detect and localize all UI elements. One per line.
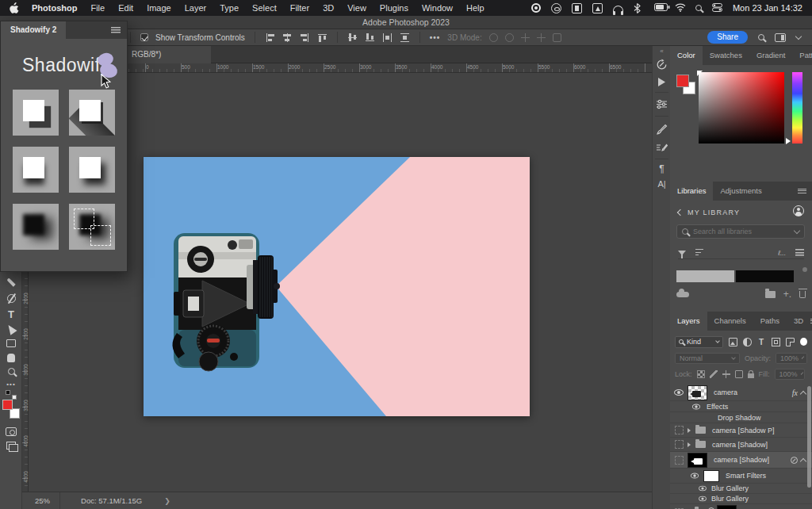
distribute-vertical-icon[interactable] — [400, 33, 410, 43]
notes-app-icon[interactable] — [572, 3, 582, 13]
library-search-box[interactable] — [676, 224, 805, 239]
blend-mode-dropdown[interactable]: Normal — [675, 353, 740, 364]
filter-adjustment-layers-icon[interactable] — [743, 338, 751, 346]
sort-icon[interactable] — [695, 249, 703, 256]
control-center-icon[interactable] — [712, 3, 722, 13]
layer-name[interactable]: camera — [714, 388, 737, 396]
apple-menu-icon[interactable] — [10, 2, 19, 13]
tab-paths[interactable]: Paths — [753, 312, 787, 331]
spotlight-search-icon[interactable] — [695, 5, 702, 11]
drive-app-icon[interactable] — [592, 3, 603, 13]
pen-tool[interactable] — [0, 290, 22, 306]
library-search-input[interactable] — [693, 228, 790, 235]
quick-mask-button[interactable] — [0, 423, 22, 439]
visibility-eye-icon[interactable] — [692, 404, 700, 409]
add-element-icon[interactable]: +. — [783, 289, 791, 300]
menu-filter[interactable]: Filter — [290, 3, 309, 13]
layer-name[interactable]: camera [Shadow] — [712, 441, 768, 449]
menu-view[interactable]: View — [347, 3, 366, 13]
menu-layer[interactable]: Layer — [185, 3, 207, 13]
align-left-icon[interactable] — [265, 33, 275, 43]
align-center-horizontal-icon[interactable] — [282, 33, 293, 43]
wifi-icon[interactable] — [675, 3, 685, 13]
visibility-empty-icon[interactable] — [675, 426, 684, 434]
visibility-empty-icon[interactable] — [675, 456, 684, 465]
character-panel-icon[interactable]: A| — [653, 179, 671, 189]
screen-record-icon[interactable] — [531, 3, 541, 13]
effects-row[interactable]: Effects — [670, 401, 812, 412]
foreground-color-swatch[interactable] — [2, 400, 13, 410]
path-selection-tool[interactable] — [0, 321, 22, 337]
list-view-icon[interactable] — [795, 249, 804, 256]
menu-app-name[interactable]: Photoshop — [32, 3, 77, 13]
align-bottom-icon[interactable] — [365, 33, 375, 43]
preset-drop-shadow[interactable] — [13, 90, 59, 136]
type-tool[interactable]: T — [0, 306, 22, 322]
delete-icon[interactable] — [799, 291, 806, 298]
panel-menu-icon[interactable] — [111, 27, 121, 33]
smart-filters-label[interactable]: Smart Filters — [726, 472, 766, 480]
layer-effects-fx-badge[interactable]: fx — [792, 388, 798, 397]
search-icon[interactable] — [758, 34, 764, 40]
actions-panel-icon[interactable] — [653, 76, 671, 90]
zoom-level-field[interactable]: 25% — [22, 492, 60, 509]
saturation-brightness-field[interactable] — [699, 72, 784, 144]
filtering-toggle[interactable] — [800, 338, 807, 346]
foreground-color-swatch[interactable] — [676, 75, 689, 87]
filter-name[interactable]: Blur Gallery — [711, 484, 749, 492]
layer-row-camera-shadow-smart[interactable]: camera [Shadow] — [670, 452, 812, 469]
hue-slider[interactable] — [792, 72, 802, 144]
filter-row-blur-gallery[interactable]: Blur Gallery — [670, 484, 812, 494]
screen-mode-button[interactable] — [0, 438, 22, 454]
visibility-eye-icon[interactable] — [674, 389, 684, 396]
bluetooth-icon[interactable] — [634, 3, 644, 13]
layer-thumbnail[interactable] — [717, 505, 737, 509]
filter-mask-thumbnail[interactable] — [703, 470, 719, 482]
effect-name[interactable]: Drop Shadow — [718, 414, 761, 422]
preset-shadow-selection[interactable] — [69, 204, 115, 250]
battery-icon[interactable] — [654, 3, 665, 13]
tab-gradient[interactable]: Gradient — [749, 46, 792, 65]
tab-layers[interactable]: Layers — [670, 312, 707, 331]
brush-settings-panel-icon[interactable] — [653, 124, 671, 139]
fill-dropdown[interactable]: 100% — [775, 369, 805, 380]
opacity-dropdown[interactable]: 100% — [776, 353, 807, 364]
paragraph-panel-icon[interactable]: ¶ — [653, 163, 671, 174]
align-top-icon[interactable] — [317, 33, 327, 43]
tab-libraries[interactable]: Libraries — [670, 182, 713, 201]
show-transform-checkbox[interactable] — [140, 33, 148, 41]
shadowify-tab[interactable]: Shadowify 2 — [1, 21, 66, 39]
properties-panel-icon[interactable] — [653, 98, 671, 113]
layer-thumbnail[interactable] — [688, 385, 707, 400]
library-swatch-gray[interactable] — [676, 270, 734, 282]
collapse-filters-icon[interactable] — [800, 457, 806, 464]
new-group-icon[interactable] — [765, 291, 776, 298]
menu-type[interactable]: Type — [220, 3, 239, 13]
visibility-eye-icon[interactable] — [691, 473, 699, 479]
align-middle-icon[interactable] — [347, 33, 358, 43]
annotate-icon[interactable]: ℓ... — [778, 249, 786, 257]
hue-slider-marker[interactable] — [786, 138, 791, 144]
expand-group-icon[interactable] — [688, 442, 691, 447]
menu-3d[interactable]: 3D — [323, 3, 334, 13]
lock-all-icon[interactable] — [748, 373, 754, 378]
foreground-background-swatches[interactable] — [0, 398, 22, 420]
effects-label[interactable]: Effects — [707, 403, 728, 411]
tab-swatches[interactable]: Swatches — [703, 46, 749, 65]
align-right-icon[interactable] — [300, 33, 310, 43]
menu-file[interactable]: File — [90, 3, 105, 13]
drop-shadow-effect-row[interactable]: Drop Shadow — [670, 412, 812, 423]
menu-help[interactable]: Help — [466, 3, 485, 13]
tab-3d[interactable]: 3D — [787, 312, 810, 331]
lock-position-icon[interactable] — [722, 370, 730, 378]
menu-image[interactable]: Image — [147, 3, 171, 13]
tab-color[interactable]: Color — [670, 46, 703, 65]
filter-type-layers-icon[interactable]: T — [757, 338, 766, 346]
distribute-horizontal-icon[interactable] — [382, 33, 393, 43]
search-scope-chevron-icon[interactable] — [794, 227, 800, 233]
tab-channels[interactable]: Channels — [707, 312, 753, 331]
layer-thumbnail[interactable] — [688, 453, 707, 468]
align-more-icon[interactable]: ••• — [430, 33, 441, 42]
tab-adjustments[interactable]: Adjustments — [713, 182, 768, 201]
layer-group-row[interactable]: camera [Shadow P] — [670, 423, 812, 438]
